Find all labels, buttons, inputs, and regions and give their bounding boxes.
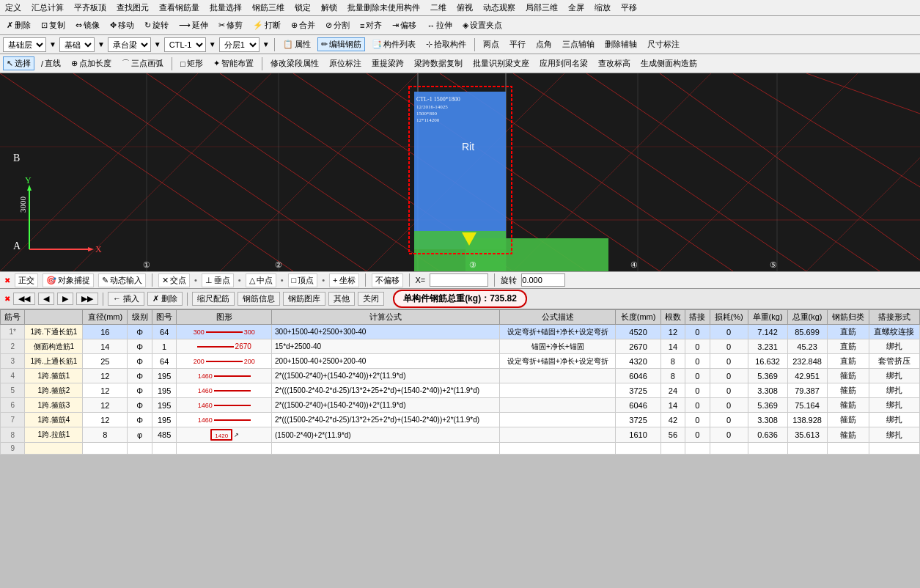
menu-2d[interactable]: 二维 <box>428 1 449 14</box>
btn-check-height[interactable]: 查改标高 <box>595 56 634 70</box>
beam-type-select[interactable]: 承台梁 <box>108 37 151 52</box>
menu-pan[interactable]: 平移 <box>619 1 639 14</box>
btn-merge[interactable]: ⊕ 合并 <box>287 18 319 32</box>
btn-copy-span[interactable]: 梁跨数据复制 <box>411 56 466 70</box>
btn-midpoint[interactable]: △ 中点 <box>246 273 276 287</box>
btn-in-place[interactable]: 原位标注 <box>325 56 365 70</box>
btn-set-grip[interactable]: ◈ 设置夹点 <box>459 18 506 32</box>
btn-nav-last[interactable]: ▶▶ <box>76 293 98 305</box>
btn-batch-support[interactable]: 批量识别梁支座 <box>469 56 533 70</box>
layer-type-select[interactable]: 基础 <box>59 37 95 52</box>
menu-fullscreen[interactable]: 全屏 <box>566 1 586 14</box>
btn-ortho[interactable]: 正交 <box>15 273 38 287</box>
cell-diameter[interactable]: 12 <box>83 398 128 413</box>
canvas-area[interactable]: CTL-1 1500*1800 12/2016-14025 1500*800 1… <box>0 73 920 271</box>
btn-3pt-axis[interactable]: 三点辅轴 <box>559 37 598 51</box>
table-row[interactable]: 4 1跨.箍筋1 12 Φ 195 1460 2*((1500-2*40)+(1… <box>1 369 920 383</box>
layer-select[interactable]: 基础层 <box>3 37 46 52</box>
btn-intersect[interactable]: ✕ 交点 <box>158 273 190 287</box>
btn-rotate[interactable]: ↻ 旋转 <box>141 18 172 32</box>
cell-diameter[interactable]: 12 <box>83 369 128 383</box>
table-close-icon[interactable]: ✖ <box>4 295 10 303</box>
menu-lock[interactable]: 锁定 <box>292 1 313 14</box>
btn-mirror[interactable]: ⇔ 镜像 <box>72 18 103 32</box>
btn-coord[interactable]: + 坐标 <box>329 273 358 287</box>
cell-diameter[interactable]: 16 <box>83 325 128 339</box>
x-input[interactable] <box>430 273 488 287</box>
btn-nav-first[interactable]: ◀◀ <box>13 293 35 305</box>
layer-num-select[interactable]: 分层1 <box>219 37 260 52</box>
cell-diameter[interactable] <box>83 443 128 455</box>
btn-rebar-lib[interactable]: 钢筋图库 <box>283 292 325 306</box>
btn-delete[interactable]: ✗ 删除 <box>3 18 34 32</box>
btn-modify-seg[interactable]: 修改梁段属性 <box>267 56 323 70</box>
menu-calc[interactable]: 汇总计算 <box>29 1 66 14</box>
menu-unlock[interactable]: 解锁 <box>319 1 339 14</box>
btn-nav-prev[interactable]: ◀ <box>38 293 54 305</box>
ctl-select[interactable]: CTL-1 <box>164 37 206 52</box>
btn-split[interactable]: ⊘ 分割 <box>322 18 353 32</box>
table-row[interactable]: 3 1跨.上通长筋1 25 Φ 64 200200 200+1500-40+25… <box>1 354 920 369</box>
menu-zoom[interactable]: 缩放 <box>592 1 613 14</box>
btn-apply-same[interactable]: 应用到同名梁 <box>536 56 592 70</box>
btn-arc[interactable]: ⌒ 三点画弧 <box>118 56 167 70</box>
btn-two-point[interactable]: 两点 <box>479 37 503 51</box>
btn-break[interactable]: ⚡ 打断 <box>249 18 284 32</box>
btn-edit-rebar[interactable]: ✏ 编辑钢筋 <box>317 37 365 51</box>
table-row[interactable]: 2 侧面构造筋1 14 Φ 1 2670 15*d+2500-40 锚固+净长+… <box>1 339 920 354</box>
cell-diameter[interactable]: 12 <box>83 383 128 398</box>
menu-dynamic[interactable]: 动态观察 <box>481 1 518 14</box>
btn-dim[interactable]: 尺寸标注 <box>644 37 683 51</box>
table-wrapper[interactable]: 筋号 直径(mm) 级别 图号 图形 计算公式 公式描述 长度(mm) 根数 搭… <box>0 309 920 588</box>
btn-stretch[interactable]: ↔ 拉伸 <box>423 18 456 32</box>
btn-perpend[interactable]: ⊥ 垂点 <box>202 273 234 287</box>
table-row[interactable]: 9 <box>1 443 920 455</box>
table-row[interactable]: 1* 1跨.下通长筋1 16 Φ 64 300300 300+1500-40+2… <box>1 325 920 339</box>
btn-nav-next[interactable]: ▶ <box>57 293 73 305</box>
table-row[interactable]: 5 1跨.箍筋2 12 Φ 195 1460 2*(((1500-2*40-2*… <box>1 383 920 398</box>
btn-delete-row[interactable]: ✗ 删除 <box>147 292 183 306</box>
btn-select[interactable]: ↖ 选择 <box>3 56 34 70</box>
menu-top-view[interactable]: 俯视 <box>455 1 475 14</box>
btn-parallel[interactable]: 平行 <box>506 37 529 51</box>
cell-diameter[interactable]: 12 <box>83 413 128 427</box>
menu-batch-delete[interactable]: 批量删除未使用构件 <box>345 1 422 14</box>
btn-line[interactable]: / 直线 <box>37 56 65 70</box>
btn-align[interactable]: ≡ 对齐 <box>356 18 386 32</box>
btn-point-angle[interactable]: 点角 <box>532 37 556 51</box>
btn-pick-component[interactable]: ⊹ 拾取构件 <box>422 37 470 51</box>
btn-vertex[interactable]: □ 顶点 <box>288 273 318 287</box>
btn-move[interactable]: ✥ 移动 <box>106 18 138 32</box>
btn-offset[interactable]: ⇥ 偏移 <box>389 18 420 32</box>
btn-extend[interactable]: ⟶ 延伸 <box>175 18 212 32</box>
btn-re-span[interactable]: 重提梁跨 <box>368 56 408 70</box>
table-row[interactable]: 7 1跨.箍筋4 12 Φ 195 1460 2*(((1500-2*40-2*… <box>1 413 920 427</box>
table-row[interactable]: 6 1跨.箍筋3 12 Φ 195 1460 2*((1500-2*40)+(1… <box>1 398 920 413</box>
btn-trim[interactable]: ✂ 修剪 <box>215 18 246 32</box>
menu-find[interactable]: 查找图元 <box>114 1 151 14</box>
btn-del-axis[interactable]: 删除辅轴 <box>601 37 641 51</box>
btn-no-offset[interactable]: 不偏移 <box>372 273 403 287</box>
cell-diameter[interactable]: 14 <box>83 339 128 354</box>
btn-other[interactable]: 其他 <box>328 292 355 306</box>
menu-flat[interactable]: 平齐板顶 <box>72 1 108 14</box>
btn-rebar-info[interactable]: 钢筋信息 <box>238 292 280 306</box>
btn-scale-rebar[interactable]: 缩尺配筋 <box>192 292 235 306</box>
btn-smart-layout[interactable]: ✦ 智能布置 <box>210 56 257 70</box>
btn-rect[interactable]: □ 矩形 <box>177 56 207 70</box>
btn-table-close[interactable]: 关闭 <box>358 292 384 306</box>
btn-add-length[interactable]: ⊕ 点加长度 <box>67 56 115 70</box>
btn-dynamic-input[interactable]: ✎ 动态输入 <box>98 273 146 287</box>
rotate-input[interactable] <box>521 273 565 287</box>
table-row[interactable]: 8 1跨.拉筋1 8 φ 485 1420 ↗ (1500-2*40)+2*(1… <box>1 427 920 443</box>
btn-property[interactable]: 📋 属性 <box>279 37 314 51</box>
menu-local-3d[interactable]: 局部三维 <box>523 1 560 14</box>
btn-snap[interactable]: 🎯 对象捕捉 <box>43 273 94 287</box>
menu-define[interactable]: 定义 <box>3 1 23 14</box>
menu-3d-rebar[interactable]: 钢筋三维 <box>250 1 287 14</box>
btn-insert[interactable]: ← 插入 <box>108 292 144 306</box>
menu-batch-select[interactable]: 批量选择 <box>207 1 244 14</box>
menu-view-rebar[interactable]: 查看钢筋量 <box>157 1 202 14</box>
cell-diameter[interactable]: 8 <box>83 427 128 443</box>
btn-copy[interactable]: ⊡ 复制 <box>37 18 69 32</box>
